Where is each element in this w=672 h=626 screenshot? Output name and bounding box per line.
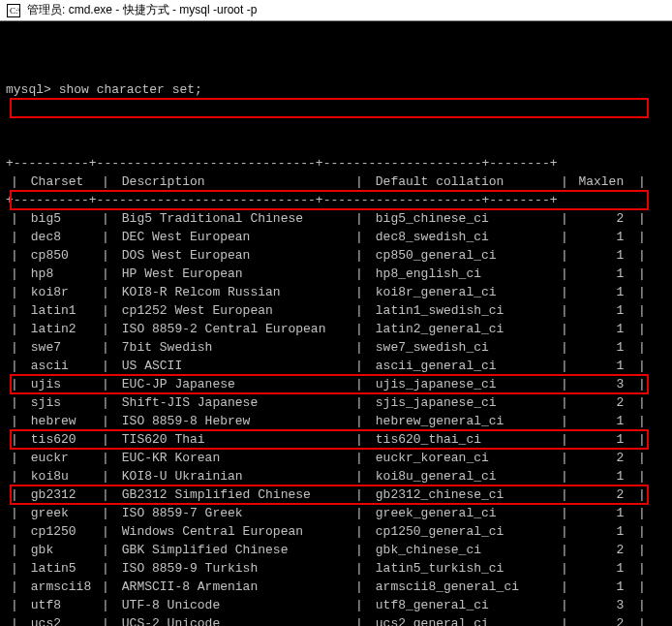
cell-collation: big5_chinese_ci: [368, 209, 556, 228]
table-row: | cp1250| Windows Central European| cp12…: [6, 522, 666, 541]
cell-collation: koi8r_general_ci: [368, 283, 556, 301]
cell-description: ISO 8859-9 Turkish: [114, 559, 351, 578]
cell-description: ARMSCII-8 Armenian: [114, 578, 351, 596]
cell-maxlen: 3: [573, 375, 633, 393]
cell-charset: koi8r: [23, 283, 97, 301]
table-rule: +----------+----------------------------…: [6, 154, 666, 172]
table-row: | dec8| DEC West European| dec8_swedish_…: [6, 228, 666, 246]
cell-description: UCS-2 Unicode: [114, 614, 351, 626]
cell-maxlen: 1: [573, 301, 633, 320]
terminal-output[interactable]: mysql> show character set; +----------+-…: [0, 21, 672, 626]
sql-command: show character set;: [59, 80, 202, 99]
cell-maxlen: 2: [573, 449, 633, 467]
cell-collation: cp1250_general_ci: [368, 522, 556, 541]
header-maxlen: Maxlen: [573, 172, 633, 191]
cell-charset: ujis: [23, 375, 97, 393]
header-charset: Charset: [23, 172, 97, 191]
cell-collation: latin2_general_ci: [368, 320, 556, 338]
cell-maxlen: 1: [573, 228, 633, 246]
mysql-prompt: mysql>: [6, 80, 51, 99]
table-row: | gbk| GBK Simplified Chinese| gbk_chine…: [6, 541, 666, 559]
cell-charset: latin5: [23, 559, 97, 578]
table-row: | swe7| 7bit Swedish| swe7_swedish_ci|1 …: [6, 338, 666, 357]
cell-description: ISO 8859-2 Central European: [114, 320, 351, 338]
cell-collation: swe7_swedish_ci: [368, 338, 556, 357]
cell-collation: ujis_japanese_ci: [368, 375, 556, 393]
table-row: | gb2312| GB2312 Simplified Chinese| gb2…: [6, 485, 666, 504]
cell-maxlen: 1: [573, 265, 633, 283]
cell-description: cp1252 West European: [114, 301, 351, 320]
cell-maxlen: 1: [573, 246, 633, 265]
table-row: | hp8| HP West European| hp8_english_ci|…: [6, 265, 666, 283]
table-row: | greek| ISO 8859-7 Greek| greek_general…: [6, 504, 666, 522]
highlight-box: [10, 98, 649, 118]
cell-description: KOI8-R Relcom Russian: [114, 283, 351, 301]
table-header: | Charset| Description| Default collatio…: [6, 172, 666, 191]
cell-collation: gbk_chinese_ci: [368, 541, 556, 559]
header-collation: Default collation: [368, 172, 556, 191]
cell-maxlen: 1: [573, 338, 633, 357]
cell-maxlen: 2: [573, 614, 633, 626]
cell-description: DEC West European: [114, 228, 351, 246]
cell-maxlen: 1: [573, 467, 633, 485]
cell-charset: big5: [23, 209, 97, 228]
cell-charset: dec8: [23, 228, 97, 246]
table-row: | latin2| ISO 8859-2 Central European| l…: [6, 320, 666, 338]
table-rule: +----------+----------------------------…: [6, 191, 666, 209]
table-row: | koi8u| KOI8-U Ukrainian| koi8u_general…: [6, 467, 666, 485]
cell-charset: hebrew: [23, 412, 97, 430]
table-row: | hebrew| ISO 8859-8 Hebrew| hebrew_gene…: [6, 412, 666, 430]
cmd-icon: C:\: [6, 3, 21, 18]
table-row: | big5| Big5 Traditional Chinese| big5_c…: [6, 209, 666, 228]
cell-collation: armscii8_general_ci: [368, 578, 556, 596]
window-titlebar: C:\ 管理员: cmd.exe - 快捷方式 - mysql -uroot -…: [0, 0, 672, 21]
cell-maxlen: 1: [573, 430, 633, 449]
cell-collation: greek_general_ci: [368, 504, 556, 522]
cell-maxlen: 1: [573, 320, 633, 338]
cell-description: Big5 Traditional Chinese: [114, 209, 351, 228]
cell-description: GB2312 Simplified Chinese: [114, 485, 351, 504]
cell-maxlen: 1: [573, 283, 633, 301]
cell-charset: ucs2: [23, 614, 97, 626]
header-description: Description: [114, 172, 351, 191]
cell-charset: utf8: [23, 596, 97, 614]
cell-maxlen: 1: [573, 357, 633, 375]
table-row: | armscii8| ARMSCII-8 Armenian| armscii8…: [6, 578, 666, 596]
cell-charset: armscii8: [23, 578, 97, 596]
cell-charset: koi8u: [23, 467, 97, 485]
cell-charset: gb2312: [23, 485, 97, 504]
cell-collation: gb2312_chinese_ci: [368, 485, 556, 504]
cell-description: Shift-JIS Japanese: [114, 393, 351, 412]
table-row: | latin1| cp1252 West European| latin1_s…: [6, 301, 666, 320]
cell-collation: latin5_turkish_ci: [368, 559, 556, 578]
cell-maxlen: 1: [573, 412, 633, 430]
cell-maxlen: 2: [573, 393, 633, 412]
cell-description: GBK Simplified Chinese: [114, 541, 351, 559]
cell-charset: sjis: [23, 393, 97, 412]
cell-collation: cp850_general_ci: [368, 246, 556, 265]
prompt-line: mysql> show character set;: [6, 80, 666, 99]
table-row: | koi8r| KOI8-R Relcom Russian| koi8r_ge…: [6, 283, 666, 301]
svg-text:C:\: C:\: [10, 6, 20, 16]
cell-maxlen: 2: [573, 485, 633, 504]
table-row: | cp850| DOS West European| cp850_genera…: [6, 246, 666, 265]
cell-description: 7bit Swedish: [114, 338, 351, 357]
cell-description: HP West European: [114, 265, 351, 283]
cell-maxlen: 1: [573, 559, 633, 578]
cell-description: TIS620 Thai: [114, 430, 351, 449]
table-row: | ujis| EUC-JP Japanese| ujis_japanese_c…: [6, 375, 666, 393]
cell-collation: hp8_english_ci: [368, 265, 556, 283]
cell-collation: utf8_general_ci: [368, 596, 556, 614]
cell-collation: sjis_japanese_ci: [368, 393, 556, 412]
cell-description: KOI8-U Ukrainian: [114, 467, 351, 485]
cell-maxlen: 3: [573, 596, 633, 614]
cell-charset: hp8: [23, 265, 97, 283]
cell-collation: ucs2_general_ci: [368, 614, 556, 626]
cell-collation: euckr_korean_ci: [368, 449, 556, 467]
cell-collation: tis620_thai_ci: [368, 430, 556, 449]
cell-collation: koi8u_general_ci: [368, 467, 556, 485]
table-row: | latin5| ISO 8859-9 Turkish| latin5_tur…: [6, 559, 666, 578]
cell-description: DOS West European: [114, 246, 351, 265]
table-row: | ucs2| UCS-2 Unicode| ucs2_general_ci|2…: [6, 614, 666, 626]
cell-description: Windows Central European: [114, 522, 351, 541]
